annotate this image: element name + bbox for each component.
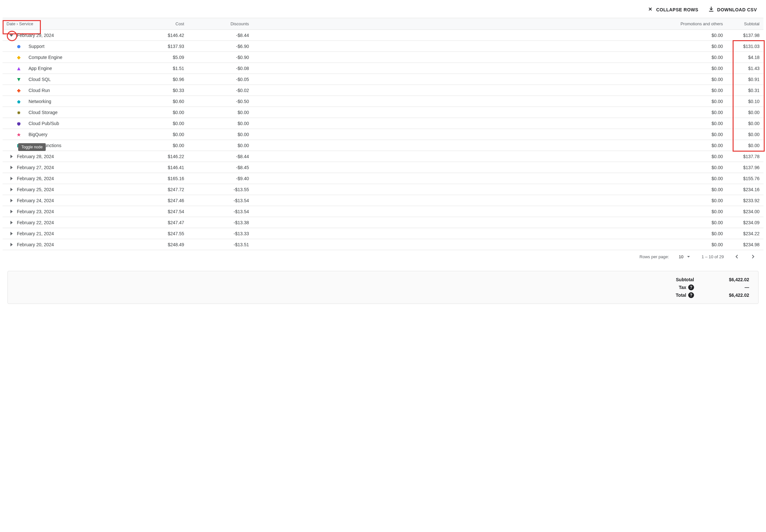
cost-cell: $247.46 (132, 198, 191, 203)
table-row[interactable]: February 22, 2024 $247.47 -$13.38 $0.00 … (3, 217, 763, 228)
cost-cell: $247.47 (132, 220, 191, 225)
promotions-cell: $0.00 (255, 220, 729, 225)
cost-cell: $0.00 (132, 110, 191, 115)
prev-page-button[interactable] (734, 253, 740, 260)
subtotal-cell: $0.10 (729, 99, 763, 104)
subtotal-cell: $234.22 (729, 231, 763, 236)
download-csv-label: DOWNLOAD CSV (717, 7, 757, 12)
table-row[interactable]: Support $137.93 -$6.90 $0.00 $131.03 (3, 41, 763, 52)
table-row[interactable]: App Engine $1.51 -$0.08 $0.00 $1.43 (3, 63, 763, 74)
summary-tax-value: — (714, 285, 749, 290)
subtotal-cell: $0.00 (729, 143, 763, 148)
toggle-node-icon[interactable] (8, 231, 14, 237)
toggle-node-icon[interactable] (8, 220, 14, 226)
table-row[interactable]: February 21, 2024 $247.55 -$13.33 $0.00 … (3, 228, 763, 239)
cost-cell: $1.51 (132, 66, 191, 71)
service-icon (17, 121, 21, 125)
subtotal-cell: $0.91 (729, 77, 763, 82)
column-header-name[interactable]: Date › Service (3, 21, 132, 26)
table-row[interactable]: Compute Engine $5.09 -$0.90 $0.00 $4.18 (3, 52, 763, 63)
subtotal-cell: $0.00 (729, 132, 763, 137)
table-row[interactable]: February 28, 2024 $146.22 -$8.44 $0.00 $… (3, 151, 763, 162)
subtotal-cell: $4.18 (729, 55, 763, 60)
rows-per-page-select[interactable]: 10 (679, 253, 692, 260)
table-row[interactable]: February 20, 2024 $248.49 -$13.51 $0.00 … (3, 239, 763, 250)
table-row[interactable]: February 27, 2024 $146.41 -$8.45 $0.00 $… (3, 162, 763, 173)
service-name: Support (29, 44, 44, 49)
date-label: February 29, 2024 (17, 33, 54, 38)
promotions-cell: $0.00 (255, 66, 729, 71)
toggle-node-icon[interactable] (8, 154, 14, 159)
discounts-cell: -$0.90 (191, 55, 255, 60)
cost-cell: $5.09 (132, 55, 191, 60)
next-page-button[interactable] (750, 253, 756, 260)
chevron-right-icon (750, 253, 756, 260)
summary-total-label: Total (676, 293, 686, 298)
date-label: February 22, 2024 (17, 220, 54, 225)
table-row[interactable]: Cloud Pub/Sub $0.00 $0.00 $0.00 $0.00 (3, 118, 763, 129)
promotions-cell: $0.00 (255, 77, 729, 82)
discounts-cell: -$13.54 (191, 209, 255, 214)
column-header-subtotal[interactable]: Subtotal (729, 21, 763, 26)
table-row[interactable]: February 29, 2024 $146.42 -$8.44 $0.00 $… (3, 30, 763, 41)
subtotal-cell: $155.76 (729, 176, 763, 181)
service-icon (17, 133, 21, 136)
cost-cell: $0.00 (132, 132, 191, 137)
table-row[interactable]: February 23, 2024 $247.54 -$13.54 $0.00 … (3, 206, 763, 217)
promotions-cell: $0.00 (255, 88, 729, 93)
table-row[interactable]: Networking $0.60 -$0.50 $0.00 $0.10 (3, 96, 763, 107)
table-row[interactable]: Cloud Storage $0.00 $0.00 $0.00 $0.00 (3, 107, 763, 118)
collapse-rows-button[interactable]: COLLAPSE ROWS (647, 6, 698, 13)
promotions-cell: $0.00 (255, 165, 729, 170)
service-icon (17, 44, 21, 48)
toggle-node-icon[interactable] (8, 32, 14, 38)
help-icon[interactable]: ? (688, 292, 694, 298)
cost-cell: $247.54 (132, 209, 191, 214)
table-row[interactable]: February 24, 2024 $247.46 -$13.54 $0.00 … (3, 195, 763, 206)
service-icon (17, 66, 21, 70)
discounts-cell: -$9.40 (191, 176, 255, 181)
toggle-node-icon[interactable] (8, 198, 14, 203)
discounts-cell: -$8.45 (191, 165, 255, 170)
table-row[interactable]: February 26, 2024 $165.16 -$9.40 $0.00 $… (3, 173, 763, 184)
cost-cell: $248.49 (132, 242, 191, 247)
toggle-node-icon[interactable] (8, 176, 14, 181)
date-label: February 26, 2024 (17, 176, 54, 181)
discounts-cell: -$13.55 (191, 187, 255, 192)
cost-cell: $165.16 (132, 176, 191, 181)
cost-cell: $247.55 (132, 231, 191, 236)
table-row[interactable]: Cloud Functions Toggle node $0.00 $0.00 … (3, 140, 763, 151)
service-name: Cloud Run (29, 88, 50, 93)
toggle-node-icon[interactable] (8, 242, 14, 248)
collapse-icon (647, 6, 654, 13)
table-row[interactable]: February 25, 2024 $247.72 -$13.55 $0.00 … (3, 184, 763, 195)
cost-cell: $247.72 (132, 187, 191, 192)
column-header-cost[interactable]: Cost (132, 21, 191, 26)
service-icon (17, 88, 21, 92)
summary-panel: Subtotal $6,422.02 Tax ? — Total ? $6,42… (7, 271, 759, 304)
toggle-node-icon[interactable] (8, 165, 14, 170)
discounts-cell: -$13.51 (191, 242, 255, 247)
table-row[interactable]: BigQuery $0.00 $0.00 $0.00 $0.00 (3, 129, 763, 140)
table-row[interactable]: Cloud Run $0.33 -$0.02 $0.00 $0.31 (3, 85, 763, 96)
promotions-cell: $0.00 (255, 110, 729, 115)
discounts-cell: $0.00 (191, 132, 255, 137)
toggle-node-icon[interactable] (8, 187, 14, 192)
chevron-down-icon (685, 253, 692, 260)
service-name: Compute Engine (29, 55, 62, 60)
summary-tax-label: Tax (679, 285, 686, 290)
column-header-promotions[interactable]: Promotions and others (255, 21, 729, 26)
service-name: App Engine (29, 66, 52, 71)
discounts-cell: -$13.33 (191, 231, 255, 236)
help-icon[interactable]: ? (688, 284, 694, 290)
promotions-cell: $0.00 (255, 143, 729, 148)
download-csv-button[interactable]: DOWNLOAD CSV (708, 6, 757, 13)
table-row[interactable]: Cloud SQL $0.96 -$0.05 $0.00 $0.91 (3, 74, 763, 85)
column-header-discounts[interactable]: Discounts (191, 21, 255, 26)
subtotal-cell: $137.98 (729, 33, 763, 38)
toggle-node-icon[interactable] (8, 209, 14, 214)
subtotal-cell: $137.78 (729, 154, 763, 159)
date-label: February 21, 2024 (17, 231, 54, 236)
discounts-cell: $0.00 (191, 143, 255, 148)
cost-cell: $137.93 (132, 44, 191, 49)
